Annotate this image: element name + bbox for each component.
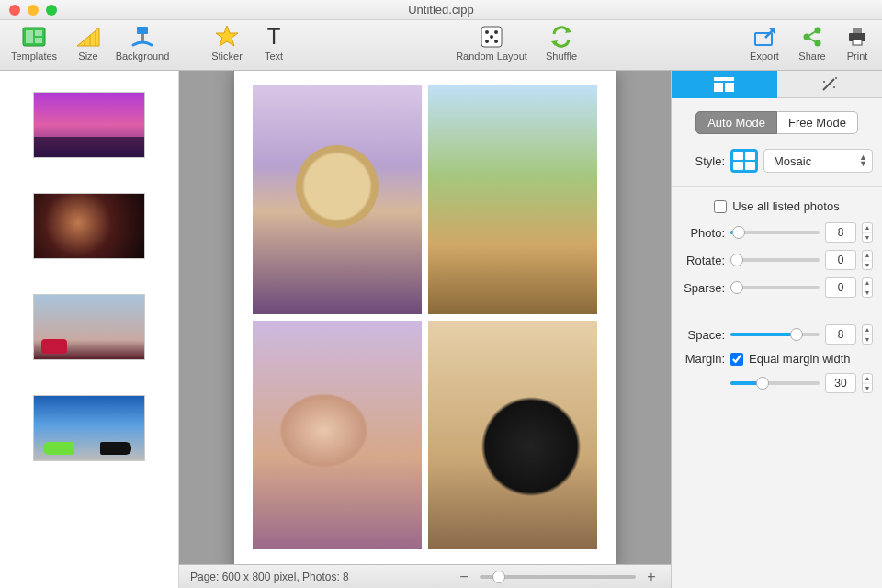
close-window-button[interactable]: [9, 5, 20, 16]
share-icon: [797, 24, 827, 50]
background-button[interactable]: Background: [116, 24, 169, 62]
size-label: Size: [78, 51, 97, 62]
share-label: Share: [798, 51, 825, 62]
sparse-label: Sparse:: [681, 281, 725, 295]
svg-rect-29: [853, 40, 862, 45]
sparse-value[interactable]: 0: [825, 277, 856, 298]
templates-label: Templates: [11, 51, 57, 62]
zoom-out-button[interactable]: −: [456, 571, 472, 583]
svg-rect-3: [35, 38, 42, 43]
photo-thumbnail[interactable]: [34, 194, 144, 258]
photo-thumbnail[interactable]: [34, 396, 144, 460]
svg-line-33: [823, 79, 834, 90]
free-mode-button[interactable]: Free Mode: [777, 111, 858, 134]
sparse-slider[interactable]: [730, 286, 820, 289]
photo-thumbnail[interactable]: [34, 93, 144, 157]
space-value[interactable]: 8: [825, 324, 856, 345]
shuffle-label: Shuffle: [546, 51, 577, 62]
margin-stepper[interactable]: ▲▼: [862, 373, 873, 393]
rotate-slider[interactable]: [730, 258, 820, 262]
export-label: Export: [750, 51, 779, 62]
svg-point-16: [485, 40, 489, 43]
export-icon: [750, 24, 779, 50]
svg-point-15: [490, 35, 493, 39]
random-layout-label: Random Layout: [456, 51, 527, 62]
style-dropdown[interactable]: Mosaic ▲▼: [763, 149, 873, 173]
random-layout-button[interactable]: Random Layout: [452, 24, 531, 62]
size-button[interactable]: Size: [70, 24, 107, 62]
sticker-button[interactable]: Sticker: [206, 24, 248, 62]
space-label: Space:: [681, 328, 725, 342]
svg-marker-10: [216, 26, 238, 46]
chevron-updown-icon: ▲▼: [859, 154, 866, 167]
print-button[interactable]: Print: [840, 24, 875, 62]
auto-mode-button[interactable]: Auto Mode: [695, 111, 777, 134]
background-label: Background: [116, 51, 170, 62]
svg-rect-28: [853, 28, 862, 33]
sticker-icon: [212, 24, 242, 50]
text-button[interactable]: T Text: [257, 24, 290, 62]
svg-line-26: [808, 38, 816, 42]
tab-effects[interactable]: [777, 71, 883, 98]
space-slider[interactable]: [730, 333, 820, 336]
svg-point-13: [485, 30, 489, 34]
collage-cell[interactable]: [253, 85, 422, 314]
canvas-area[interactable]: [179, 71, 671, 564]
sparse-stepper[interactable]: ▲▼: [862, 277, 873, 298]
svg-text:T: T: [267, 26, 281, 48]
size-icon: [74, 24, 103, 50]
templates-button[interactable]: Templates: [7, 24, 61, 62]
share-button[interactable]: Share: [794, 24, 831, 62]
space-stepper[interactable]: ▲▼: [862, 324, 873, 345]
text-label: Text: [265, 51, 283, 62]
collage-cell[interactable]: [253, 321, 422, 549]
zoom-slider[interactable]: [480, 575, 636, 579]
margin-slider[interactable]: [730, 381, 820, 385]
svg-rect-2: [35, 30, 42, 36]
rotate-stepper[interactable]: ▲▼: [862, 250, 873, 270]
rotate-value[interactable]: 0: [825, 250, 856, 270]
svg-rect-8: [137, 27, 148, 34]
svg-rect-30: [714, 77, 734, 81]
mosaic-icon: [730, 149, 758, 173]
style-value: Mosaic: [774, 154, 811, 168]
photo-value[interactable]: 8: [825, 222, 856, 243]
print-icon: [842, 24, 872, 50]
toolbar: Templates Size Background Sticker T: [0, 20, 882, 71]
text-icon: T: [259, 24, 288, 50]
shuffle-icon: [547, 24, 576, 50]
export-button[interactable]: Export: [744, 24, 785, 62]
photo-slider[interactable]: [730, 231, 820, 234]
photo-sidebar: [0, 71, 179, 588]
zoom-in-button[interactable]: +: [643, 571, 660, 583]
svg-rect-32: [725, 83, 734, 92]
photo-stepper[interactable]: ▲▼: [862, 222, 873, 243]
equal-margin-checkbox[interactable]: [730, 353, 743, 366]
background-icon: [128, 24, 157, 50]
tab-layout[interactable]: [672, 71, 777, 98]
svg-point-14: [494, 30, 498, 34]
margin-label: Margin:: [681, 352, 725, 366]
svg-rect-31: [714, 83, 723, 92]
collage-page[interactable]: [234, 71, 616, 564]
templates-icon: [19, 24, 49, 50]
style-label: Style:: [681, 154, 725, 168]
print-label: Print: [847, 51, 868, 62]
zoom-window-button[interactable]: [46, 5, 57, 16]
layout-icon: [714, 77, 734, 92]
wand-icon: [820, 76, 839, 93]
use-all-photos-checkbox[interactable]: [714, 200, 727, 213]
dice-icon: [477, 24, 506, 50]
collage-cell[interactable]: [428, 321, 597, 549]
svg-line-25: [808, 31, 816, 36]
minimize-window-button[interactable]: [28, 5, 39, 16]
shuffle-button[interactable]: Shuffle: [540, 24, 582, 62]
equal-margin-label: Equal margin width: [749, 352, 851, 366]
margin-value[interactable]: 30: [825, 373, 856, 393]
sticker-label: Sticker: [211, 51, 243, 62]
svg-point-17: [494, 40, 498, 43]
rotate-label: Rotate:: [681, 254, 725, 267]
photo-label: Photo:: [681, 226, 725, 240]
photo-thumbnail[interactable]: [34, 295, 144, 359]
collage-cell[interactable]: [428, 85, 597, 314]
